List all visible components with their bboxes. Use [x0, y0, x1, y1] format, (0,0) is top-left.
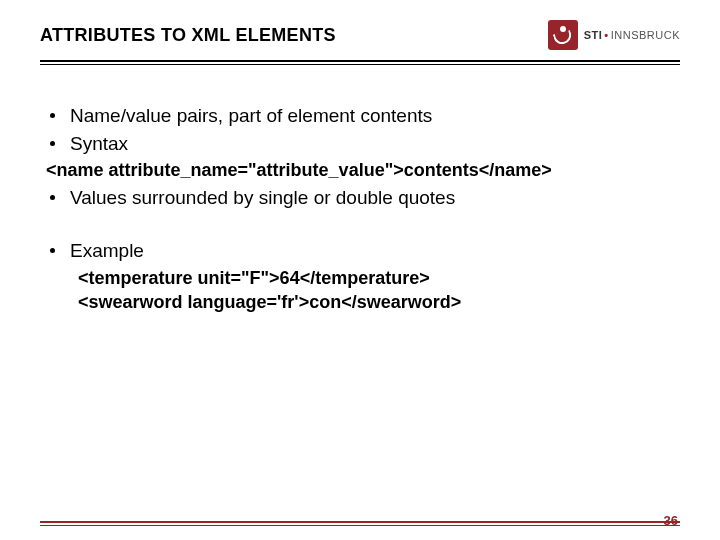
header-rule-thick: [40, 60, 680, 62]
bullet-dot-icon: [50, 131, 56, 157]
syntax-code: <name attribute_name="attribute_value">c…: [46, 158, 678, 182]
example-block: Example <temperature unit="F">64</temper…: [42, 238, 678, 314]
logo-text: STI•INNSBRUCK: [584, 29, 680, 41]
bullet-item: Syntax: [42, 131, 678, 157]
bullet-dot-icon: [50, 103, 56, 129]
page-number: 36: [664, 513, 678, 528]
bullet-text: Name/value pairs, part of element conten…: [70, 103, 432, 129]
bullet-dot-icon: [50, 185, 56, 211]
logo-org: INNSBRUCK: [611, 29, 680, 41]
footer-rule-thin: [40, 525, 680, 526]
slide-header: ATTRIBUTES TO XML ELEMENTS STI•INNSBRUCK: [0, 0, 720, 60]
bullet-text: Syntax: [70, 131, 128, 157]
slide-footer: 36: [0, 521, 720, 526]
slide-content: Name/value pairs, part of element conten…: [0, 65, 720, 314]
slide-title: ATTRIBUTES TO XML ELEMENTS: [40, 25, 336, 46]
bullet-item: Example: [42, 238, 678, 264]
bullet-dot-icon: [50, 238, 56, 264]
logo-area: STI•INNSBRUCK: [548, 20, 680, 50]
footer-rule-thick: [40, 521, 680, 523]
bullet-item: Values surrounded by single or double qu…: [42, 185, 678, 211]
sti-logo-icon: [548, 20, 578, 50]
example-code-line: <swearword language='fr'>con</swearword>: [78, 290, 678, 314]
bullet-item: Name/value pairs, part of element conten…: [42, 103, 678, 129]
example-code-line: <temperature unit="F">64</temperature>: [78, 266, 678, 290]
bullet-text: Values surrounded by single or double qu…: [70, 185, 455, 211]
bullet-text: Example: [70, 238, 144, 264]
logo-separator: •: [604, 29, 608, 41]
logo-brand: STI: [584, 29, 603, 41]
